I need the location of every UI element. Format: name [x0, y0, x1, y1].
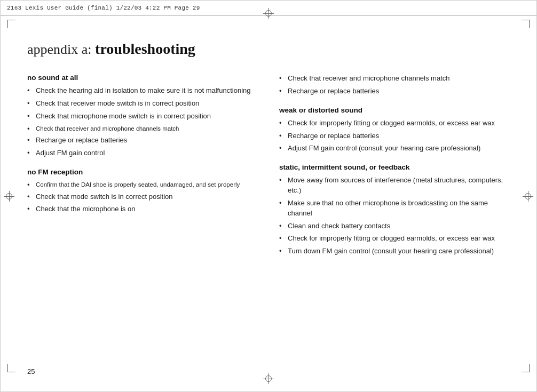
list-item: Adjust FM gain control (consult your hea…: [279, 143, 510, 154]
list-item: Recharge or replace batteries: [279, 86, 510, 97]
two-columns: no sound at all Check the hearing aid in…: [27, 74, 510, 362]
list-item: Recharge or replace batteries: [27, 135, 258, 146]
corner-mark-bottom-left: [7, 364, 15, 372]
crosshair-circle-left: [6, 193, 12, 199]
left-column: no sound at all Check the hearing aid in…: [27, 74, 258, 362]
section-weak-sound-heading: weak or distorted sound: [279, 106, 510, 114]
list-item: Check that receiver mode switch is in co…: [27, 99, 258, 109]
list-item: Move away from sources of interference (…: [279, 175, 510, 196]
page-title: appendix a: troubleshooting: [27, 41, 510, 58]
section-no-fm-heading: no FM reception: [27, 168, 258, 176]
weak-sound-list: Check for improperly fitting or clogged …: [279, 118, 510, 154]
list-item: Make sure that no other microphone is br…: [279, 198, 510, 219]
title-bold: troubleshooting: [95, 41, 195, 57]
section-no-sound-heading: no sound at all: [27, 74, 258, 82]
section-static-heading: static, intermittent sound, or feedback: [279, 163, 510, 171]
no-sound-cont-list: Check that receiver and microphone chann…: [279, 74, 510, 97]
crosshair-circle-bottom: [265, 375, 272, 382]
list-item: Check that receiver and microphone chann…: [279, 74, 510, 84]
no-sound-list: Check the hearing aid in isolation to ma…: [27, 86, 258, 158]
right-column: Check that receiver and microphone chann…: [279, 74, 510, 362]
crosshair-right: [523, 191, 533, 202]
static-list: Move away from sources of interference (…: [279, 175, 510, 257]
list-item: Check the hearing aid in isolation to ma…: [27, 86, 258, 96]
crosshair-left: [4, 191, 14, 202]
list-item: Clean and check battery contacts: [279, 221, 510, 231]
page-number: 25: [27, 367, 35, 375]
list-item: Confirm that the DAI shoe is properly se…: [27, 180, 258, 189]
list-item: Check for improperly fitting or clogged …: [279, 118, 510, 129]
corner-mark-bottom-right: [522, 364, 530, 372]
page-container: 2163 Lexis User Guide (final) 1/22/03 4:…: [0, 0, 537, 392]
crosshair-bottom: [263, 373, 274, 384]
list-item: Check that mode switch is in correct pos…: [27, 192, 258, 202]
corner-mark-top-right: [522, 20, 530, 28]
list-item: Adjust FM gain control: [27, 148, 258, 158]
content-area: appendix a: troubleshooting no sound at …: [27, 30, 510, 362]
list-item: Check that the microphone is on: [27, 204, 258, 214]
list-item: Check that receiver and microphone chann…: [27, 124, 258, 133]
title-prefix: appendix a:: [27, 42, 95, 57]
list-item: Turn down FM gain control (consult your …: [279, 246, 510, 257]
crosshair-top: [263, 8, 274, 19]
list-item: Recharge or replace batteries: [279, 131, 510, 141]
no-fm-list: Confirm that the DAI shoe is properly se…: [27, 180, 258, 214]
corner-mark-top-left: [7, 20, 15, 28]
crosshair-circle-top: [265, 10, 272, 17]
header-text: 2163 Lexis User Guide (final) 1/22/03 4:…: [7, 5, 200, 11]
crosshair-circle-right: [525, 193, 531, 199]
list-item: Check for improperly fitting or clogged …: [279, 234, 510, 244]
list-item: Check that microphone mode switch is in …: [27, 111, 258, 122]
